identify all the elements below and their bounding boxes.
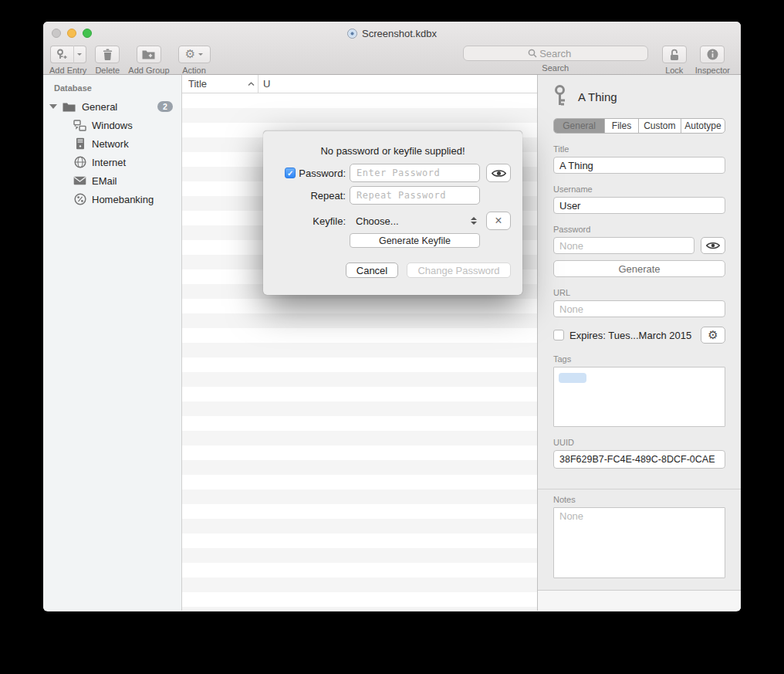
username-field[interactable]: [553, 197, 725, 214]
sidebar-item-general[interactable]: General 2: [43, 97, 181, 116]
change-password-button[interactable]: Change Password: [407, 262, 511, 278]
inspector-footer: [538, 590, 741, 611]
cancel-button[interactable]: Cancel: [346, 262, 398, 278]
envelope-icon: [73, 174, 86, 188]
sidebar: Database General 2 Windows: [43, 75, 182, 611]
sidebar-item-label: EMail: [92, 175, 117, 187]
reveal-password-button[interactable]: [701, 237, 725, 254]
toolbar-action: ⚙ Action: [178, 46, 211, 75]
info-icon: [707, 49, 718, 60]
dialog-message: No password or keyfile supplied!: [263, 130, 522, 157]
add-entry-button[interactable]: [50, 46, 73, 63]
table-header: Title U: [182, 75, 537, 93]
uuid-field[interactable]: [553, 450, 725, 469]
title-label: Title: [553, 144, 725, 154]
traffic-lights: [52, 29, 92, 38]
lock-label: Lock: [665, 66, 683, 75]
tab-general[interactable]: General: [554, 119, 605, 133]
column-username-label: U: [263, 78, 270, 90]
sidebar-item-internet[interactable]: Internet: [43, 153, 181, 171]
add-entry-label: Add Entry: [49, 66, 86, 75]
titlebar: Screenshot.kdbx: [43, 22, 741, 45]
password-field[interactable]: [553, 237, 694, 254]
enter-password-field[interactable]: [350, 164, 480, 182]
app-window: Screenshot.kdbx Add E: [43, 22, 741, 611]
add-group-label: Add Group: [128, 66, 169, 75]
globe-icon: [73, 156, 86, 169]
search-input[interactable]: [463, 46, 648, 61]
notes-field[interactable]: [553, 507, 725, 578]
column-header-username[interactable]: U: [259, 75, 537, 93]
window-title: Screenshot.kdbx: [362, 28, 437, 39]
sidebar-item-network[interactable]: Network: [43, 134, 181, 153]
action-label: Action: [182, 66, 206, 75]
document-proxy-icon: [347, 29, 357, 39]
delete-label: Delete: [95, 66, 120, 75]
sidebar-item-label: Homebanking: [92, 194, 154, 205]
toolbar-add-entry: Add Entry: [49, 46, 86, 75]
generate-keyfile-button[interactable]: Generate Keyfile: [350, 233, 480, 248]
toolbar: Add Entry Delete: [43, 45, 741, 74]
chevron-down-icon: [198, 53, 203, 56]
toolbar-delete: Delete: [95, 46, 120, 75]
lock-open-icon: [669, 49, 680, 61]
column-header-title[interactable]: Title: [182, 75, 259, 93]
minimize-button[interactable]: [67, 29, 76, 38]
keyfile-popup[interactable]: Choose...: [350, 212, 480, 230]
expires-label: Expires: Tues...March 2015: [569, 330, 691, 341]
folder-plus-icon: [142, 49, 155, 59]
uuid-label: UUID: [553, 438, 725, 447]
tags-field[interactable]: [553, 367, 725, 427]
sidebar-item-label: Network: [92, 138, 129, 150]
password-checkbox[interactable]: ✓: [285, 168, 296, 178]
tags-label: Tags: [553, 354, 725, 364]
chevron-down-icon: [77, 53, 82, 56]
sidebar-item-label: Internet: [92, 157, 126, 168]
search-label: Search: [542, 63, 569, 73]
section-divider: [538, 489, 741, 489]
sidebar-header: Database: [54, 83, 181, 93]
key-plus-icon: [56, 49, 68, 60]
repeat-password-field[interactable]: [350, 186, 480, 205]
sidebar-item-windows[interactable]: Windows: [43, 116, 181, 134]
clear-keyfile-button[interactable]: ×: [486, 212, 511, 230]
popup-stepper-icon: [471, 217, 477, 225]
dialog-repeat-label: Repeat:: [310, 190, 346, 202]
tag-pill: [559, 373, 586, 383]
expires-settings-button[interactable]: ⚙: [701, 327, 725, 344]
generate-password-button[interactable]: Generate: [553, 260, 725, 277]
eye-icon: [706, 241, 720, 250]
inspector-label: Inspector: [695, 66, 730, 75]
close-x-icon: ×: [495, 215, 502, 227]
sidebar-item-email[interactable]: EMail: [43, 171, 181, 190]
column-title-label: Title: [188, 78, 207, 90]
dialog-keyfile-label: Keyfile:: [313, 215, 346, 227]
close-button[interactable]: [52, 29, 61, 38]
add-entry-dropdown-button[interactable]: [73, 46, 86, 63]
toolbar-lock: Lock: [662, 46, 687, 75]
tab-custom[interactable]: Custom: [639, 119, 681, 133]
sidebar-item-label: Windows: [92, 120, 133, 131]
lock-button[interactable]: [662, 46, 687, 63]
inspector-button[interactable]: [700, 46, 725, 63]
reveal-password-button[interactable]: [486, 164, 511, 182]
add-group-button[interactable]: [137, 46, 161, 63]
zoom-button[interactable]: [83, 29, 92, 38]
gear-icon: ⚙: [708, 330, 718, 341]
delete-button[interactable]: [95, 46, 120, 63]
sidebar-item-label: General: [82, 101, 117, 113]
key-icon: [553, 85, 566, 108]
expires-checkbox[interactable]: [553, 330, 564, 340]
toolbar-inspector: Inspector: [695, 46, 730, 75]
server-icon: [73, 137, 86, 151]
password-label: Password: [553, 225, 725, 234]
tab-files[interactable]: Files: [605, 119, 639, 133]
disclosure-triangle-icon[interactable]: [49, 104, 57, 109]
gear-icon: ⚙: [185, 49, 195, 60]
tab-autotype[interactable]: Autotype: [681, 119, 725, 133]
keyfile-popup-value: Choose...: [356, 215, 471, 227]
title-field[interactable]: [553, 157, 725, 174]
action-button[interactable]: ⚙: [178, 46, 211, 63]
sidebar-item-homebanking[interactable]: Homebanking: [43, 190, 181, 208]
url-field[interactable]: [553, 300, 725, 317]
